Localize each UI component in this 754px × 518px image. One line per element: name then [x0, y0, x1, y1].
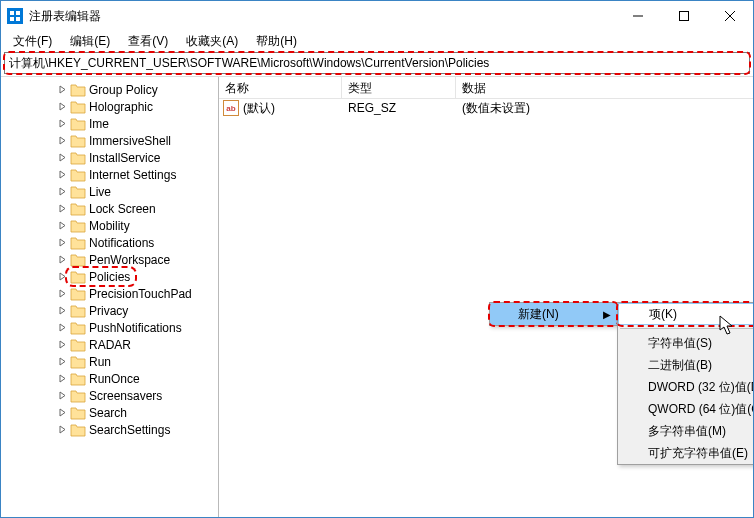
- expand-toggle-icon[interactable]: [57, 118, 68, 129]
- expand-toggle-icon[interactable]: [57, 237, 68, 248]
- column-name[interactable]: 名称: [219, 77, 342, 98]
- submenu-label: 项(K): [649, 306, 677, 323]
- expand-toggle-icon[interactable]: [57, 169, 68, 180]
- tree-node[interactable]: Search: [1, 404, 218, 421]
- expand-toggle-icon[interactable]: [57, 288, 68, 299]
- folder-icon: [70, 168, 86, 182]
- context-menu-new[interactable]: 新建(N) ▶: [490, 303, 617, 325]
- submenu-label: 字符串值(S): [648, 335, 712, 352]
- tree-node[interactable]: Policies: [1, 268, 218, 285]
- menu-view[interactable]: 查看(V): [120, 31, 176, 52]
- tree-node[interactable]: Run: [1, 353, 218, 370]
- submenu-label: DWORD (32 位)值(D): [648, 379, 754, 396]
- tree-node[interactable]: InstallService: [1, 149, 218, 166]
- tree-node[interactable]: Live: [1, 183, 218, 200]
- expand-toggle-icon[interactable]: [57, 356, 68, 367]
- expand-toggle-icon[interactable]: [57, 271, 68, 282]
- tree-node[interactable]: Privacy: [1, 302, 218, 319]
- expand-toggle-icon[interactable]: [57, 254, 68, 265]
- folder-icon: [70, 321, 86, 335]
- submenu-multi[interactable]: 多字符串值(M): [618, 420, 754, 442]
- tree-node[interactable]: Holographic: [1, 98, 218, 115]
- list-panel[interactable]: 名称 类型 数据 ab (默认) REG_SZ (数值未设置) 新建(N) ▶ …: [219, 77, 753, 517]
- expand-toggle-icon[interactable]: [57, 135, 68, 146]
- submenu-expand[interactable]: 可扩充字符串值(E): [618, 442, 754, 464]
- submenu-arrow-icon: ▶: [603, 309, 611, 320]
- tree-node-label: Privacy: [89, 304, 128, 318]
- tree-node[interactable]: Screensavers: [1, 387, 218, 404]
- expand-toggle-icon[interactable]: [57, 373, 68, 384]
- folder-icon: [70, 406, 86, 420]
- expand-toggle-icon[interactable]: [57, 220, 68, 231]
- menu-favorites[interactable]: 收藏夹(A): [178, 31, 246, 52]
- menu-help[interactable]: 帮助(H): [248, 31, 305, 52]
- value-name: (默认): [243, 100, 342, 117]
- column-data[interactable]: 数据: [456, 77, 753, 98]
- tree-node[interactable]: Internet Settings: [1, 166, 218, 183]
- folder-icon: [70, 355, 86, 369]
- tree-node[interactable]: RADAR: [1, 336, 218, 353]
- tree-node-label: Policies: [89, 270, 130, 284]
- tree-panel[interactable]: Group PolicyHolographicImeImmersiveShell…: [1, 77, 219, 517]
- tree-node-label: PushNotifications: [89, 321, 182, 335]
- tree-node[interactable]: Lock Screen: [1, 200, 218, 217]
- expand-toggle-icon[interactable]: [57, 339, 68, 350]
- expand-toggle-icon[interactable]: [57, 84, 68, 95]
- expand-toggle-icon[interactable]: [57, 152, 68, 163]
- tree-node-label: RunOnce: [89, 372, 140, 386]
- tree-node[interactable]: Mobility: [1, 217, 218, 234]
- tree-node[interactable]: PrecisionTouchPad: [1, 285, 218, 302]
- tree-node-label: Screensavers: [89, 389, 162, 403]
- folder-icon: [70, 134, 86, 148]
- expand-toggle-icon[interactable]: [57, 101, 68, 112]
- folder-icon: [70, 372, 86, 386]
- expand-toggle-icon[interactable]: [57, 203, 68, 214]
- column-type[interactable]: 类型: [342, 77, 456, 98]
- maximize-button[interactable]: [661, 1, 707, 31]
- folder-icon: [70, 202, 86, 216]
- submenu-key[interactable]: 项(K): [618, 303, 754, 325]
- expand-toggle-icon[interactable]: [57, 322, 68, 333]
- value-data: (数值未设置): [456, 100, 530, 117]
- tree-node[interactable]: ImmersiveShell: [1, 132, 218, 149]
- tree-node[interactable]: PenWorkspace: [1, 251, 218, 268]
- expand-toggle-icon[interactable]: [57, 424, 68, 435]
- expand-toggle-icon[interactable]: [57, 407, 68, 418]
- menu-edit[interactable]: 编辑(E): [62, 31, 118, 52]
- context-submenu: 项(K) 字符串值(S) 二进制值(B) DWORD (32 位)值(D) QW…: [617, 302, 754, 465]
- close-button[interactable]: [707, 1, 753, 31]
- menu-separator: [620, 328, 754, 329]
- folder-icon: [70, 117, 86, 131]
- minimize-button[interactable]: [615, 1, 661, 31]
- tree-node[interactable]: PushNotifications: [1, 319, 218, 336]
- tree-node[interactable]: RunOnce: [1, 370, 218, 387]
- svg-rect-2: [10, 17, 14, 21]
- submenu-qword[interactable]: QWORD (64 位)值(Q): [618, 398, 754, 420]
- tree-node-label: SearchSettings: [89, 423, 170, 437]
- tree-node-label: Internet Settings: [89, 168, 176, 182]
- tree-node[interactable]: SearchSettings: [1, 421, 218, 438]
- address-bar[interactable]: 计算机\HKEY_CURRENT_USER\SOFTWARE\Microsoft…: [4, 52, 750, 74]
- folder-icon: [70, 270, 86, 284]
- context-menu: 新建(N) ▶: [489, 302, 618, 326]
- expand-toggle-icon[interactable]: [57, 186, 68, 197]
- folder-icon: [70, 83, 86, 97]
- tree-node[interactable]: Group Policy: [1, 81, 218, 98]
- svg-rect-3: [16, 17, 20, 21]
- window-controls: [615, 1, 753, 31]
- expand-toggle-icon[interactable]: [57, 305, 68, 316]
- tree-node[interactable]: Ime: [1, 115, 218, 132]
- list-row[interactable]: ab (默认) REG_SZ (数值未设置): [219, 99, 753, 117]
- folder-icon: [70, 389, 86, 403]
- submenu-string[interactable]: 字符串值(S): [618, 332, 754, 354]
- submenu-binary[interactable]: 二进制值(B): [618, 354, 754, 376]
- content-area: Group PolicyHolographicImeImmersiveShell…: [1, 76, 753, 517]
- submenu-dword[interactable]: DWORD (32 位)值(D): [618, 376, 754, 398]
- tree-node-label: Notifications: [89, 236, 154, 250]
- expand-toggle-icon[interactable]: [57, 390, 68, 401]
- tree-node-label: Search: [89, 406, 127, 420]
- value-type: REG_SZ: [342, 101, 456, 115]
- tree-node[interactable]: Notifications: [1, 234, 218, 251]
- menu-file[interactable]: 文件(F): [5, 31, 60, 52]
- tree-node-label: Holographic: [89, 100, 153, 114]
